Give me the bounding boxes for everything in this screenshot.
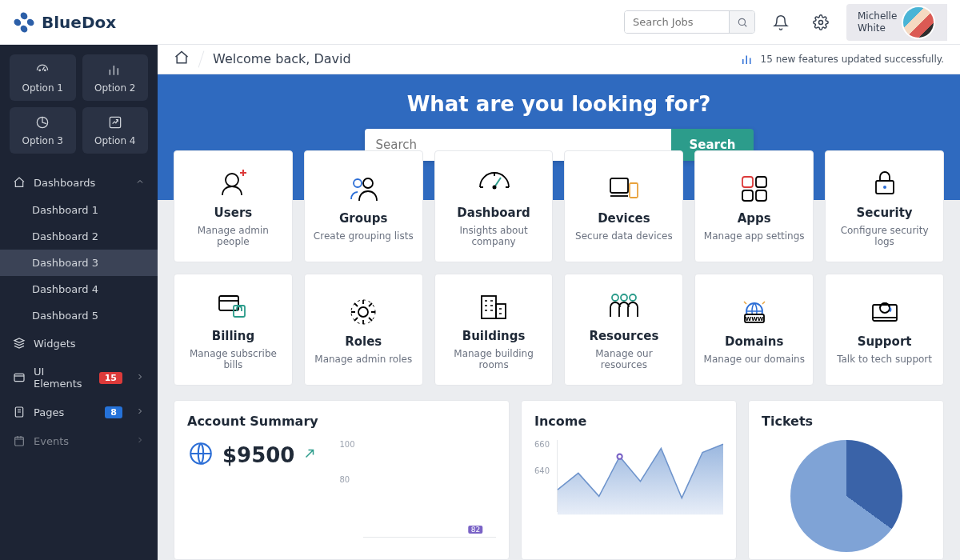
tickets-pie-chart [790,440,902,552]
svg-rect-12 [15,437,24,446]
tile-security[interactable]: SecurityConfigure security logs [825,150,944,262]
nav-ui-elements[interactable]: UI Elements 15 [0,358,158,398]
svg-point-4 [738,18,745,25]
hero-title: What are you looking for? [407,92,711,116]
domains-icon [738,294,771,330]
tile-buildings[interactable]: BuildingsManage building rooms [434,274,554,386]
apps-icon [738,171,771,206]
gauge-icon [477,166,510,201]
chevron-up-icon [135,177,145,189]
nav-dashboards[interactable]: Dashboards [0,168,158,197]
chevron-right-icon [135,372,145,384]
tile-support[interactable]: SupportTalk to tech support [825,274,944,386]
settings-icon[interactable] [806,8,835,37]
tile-groups[interactable]: GroupsCreate grouping lists [304,150,423,262]
buildings-icon [477,289,510,324]
svg-point-0 [19,10,29,20]
account-bar-chart: 10080 82 [339,440,496,538]
income-card: Income 660640 [521,400,737,560]
income-chart [557,440,723,512]
globe-icon [187,440,214,470]
svg-point-14 [618,454,622,459]
top-search-button[interactable] [729,11,754,33]
sidebar-option-3[interactable]: Option 3 [10,107,76,154]
nav-events[interactable]: Events [0,426,158,455]
sidebar-option-2[interactable]: Option 2 [82,54,149,101]
breadcrumb: Welcome back, David 15 new features upda… [158,45,960,74]
sidebar: Option 1 Option 2 Option 3 Option 4 Dash… [0,45,158,560]
user-name: Michelle White [858,10,897,34]
avatar [903,7,934,38]
support-icon [868,294,902,330]
notifications-icon[interactable] [766,8,795,37]
svg-point-5 [819,20,823,24]
sidebar-item-dashboard-4[interactable]: Dashboard 4 [0,276,158,302]
sidebar-option-4[interactable]: Option 4 [82,107,149,154]
tile-apps[interactable]: AppsManage app settings [694,150,814,262]
badge-ui: 15 [99,372,122,384]
svg-point-1 [13,17,22,26]
main: Welcome back, David 15 new features upda… [158,45,960,560]
home-icon[interactable] [174,50,190,69]
welcome-text: Welcome back, David [213,51,351,66]
chevron-right-icon [135,435,145,447]
tile-domains[interactable]: DomainsManage our domains [694,274,814,386]
tile-devices[interactable]: DevicesSecure data devices [564,150,683,262]
brand-logo[interactable]: BlueDox [13,11,116,34]
account-amount: $9500 [222,443,294,467]
groups-icon [346,171,380,206]
tile-grid: UsersManage admin peopleGroupsCreate gro… [174,150,944,386]
security-icon [868,166,902,201]
account-summary-card: Account Summary $9500 10080 [174,400,510,560]
svg-point-7 [45,70,46,71]
sidebar-option-grid: Option 1 Option 2 Option 3 Option 4 [0,45,158,163]
users-icon [216,166,250,201]
tickets-title: Tickets [762,414,930,429]
trend-up-icon [302,446,317,464]
brand-name: BlueDox [42,13,116,32]
tile-dashboard[interactable]: DashboardInsights about company [434,150,554,262]
svg-rect-10 [14,374,24,381]
user-menu[interactable]: Michelle White [846,4,947,41]
logo-icon [13,11,35,34]
tile-roles[interactable]: RolesManage admin roles [304,274,423,386]
tickets-card: Tickets [748,400,944,560]
sidebar-item-dashboard-2[interactable]: Dashboard 2 [0,223,158,250]
account-title: Account Summary [187,414,496,429]
chevron-right-icon [135,406,145,418]
update-note: 15 new features updated successfully. [740,52,944,66]
top-search-input[interactable] [625,11,729,33]
tile-users[interactable]: UsersManage admin people [174,150,293,262]
svg-point-6 [39,70,41,71]
svg-point-3 [19,24,29,34]
nav-widgets[interactable]: Widgets [0,329,158,358]
roles-icon [346,294,380,330]
sidebar-item-dashboard-1[interactable]: Dashboard 1 [0,197,158,223]
badge-pages: 8 [105,406,122,418]
top-search [624,10,755,34]
tile-resources[interactable]: ResourcesManage our resources [564,274,683,386]
topbar: BlueDox Michelle White [0,0,960,45]
sidebar-option-1[interactable]: Option 1 [10,54,76,101]
nav-pages[interactable]: Pages 8 [0,398,158,426]
sidebar-item-dashboard-5[interactable]: Dashboard 5 [0,302,158,329]
resources-icon [607,289,641,324]
income-title: Income [534,414,723,429]
billing-icon [216,289,250,324]
sidebar-item-dashboard-3[interactable]: Dashboard 3 [0,250,158,276]
tile-billing[interactable]: BillingManage subscribe bills [174,274,293,386]
svg-point-2 [26,17,35,26]
devices-icon [607,171,641,206]
